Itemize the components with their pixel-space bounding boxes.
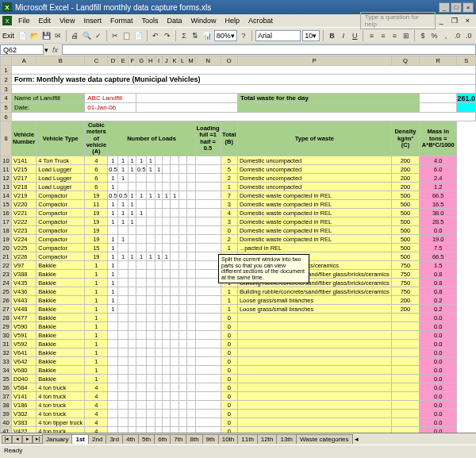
sheet-tab[interactable]: 6th — [154, 434, 171, 444]
tab-first-icon[interactable]: |◂ — [2, 435, 12, 444]
align-left-icon[interactable]: ≡ — [367, 29, 376, 41]
menu-acrobat[interactable]: Acrobat — [244, 16, 277, 25]
preview-icon[interactable]: 🔍 — [82, 29, 92, 41]
sheet-tab[interactable]: 10th — [218, 434, 239, 444]
sheet-tab[interactable]: 5th — [138, 434, 155, 444]
dec-dec-icon[interactable]: .0 — [464, 29, 474, 41]
tab-scroll-icon[interactable]: ◂ — [355, 435, 359, 443]
currency-icon[interactable]: $ — [418, 29, 428, 41]
standard-toolbar: Exit 📄 📂 💾 ✉ 🖨 🔍 ✓ ✂ 📋 📄 ↶ ↷ Σ ⇅ 📊 80% ▾… — [0, 27, 476, 43]
exit-label[interactable]: Exit — [2, 32, 14, 40]
fontsize-combo[interactable]: 10 ▾ — [302, 30, 320, 41]
status-text: Ready — [4, 447, 22, 454]
fx-icon[interactable]: fx — [52, 46, 58, 54]
print-icon[interactable]: 🖨 — [70, 29, 79, 41]
menu-window[interactable]: Window — [186, 16, 220, 25]
comma-icon[interactable]: , — [441, 29, 451, 41]
menu-tools[interactable]: Tools — [137, 16, 162, 25]
split-tooltip: Split the current window into two parts … — [218, 254, 309, 283]
sheet-tab[interactable]: 2nd — [88, 434, 106, 444]
sheet-tab[interactable]: 4th — [122, 434, 139, 444]
tab-next-icon[interactable]: ▸ — [22, 435, 33, 444]
sheet-tab[interactable]: 8th — [186, 434, 202, 444]
align-right-icon[interactable]: ≡ — [390, 29, 399, 41]
redo-icon[interactable]: ↷ — [163, 29, 172, 41]
window-title: Microsoft Excel - Landfill monthly data … — [15, 3, 211, 12]
menu-edit[interactable]: Edit — [35, 16, 56, 25]
tab-prev-icon[interactable]: ◂ — [12, 435, 22, 444]
paste-icon[interactable]: 📄 — [133, 29, 144, 41]
zoom-combo[interactable]: 80% ▾ — [214, 30, 237, 41]
merge-icon[interactable]: ⊞ — [401, 29, 411, 41]
cut-icon[interactable]: ✂ — [110, 29, 120, 41]
chart-icon[interactable]: 📊 — [202, 29, 213, 41]
sheet-tab[interactable]: 7th — [170, 434, 186, 444]
doc-restore[interactable]: ❐ — [447, 16, 462, 25]
sheet-tab[interactable]: 3rd — [106, 434, 123, 444]
help-search[interactable]: Type a question for help — [360, 12, 436, 29]
sheet-tab[interactable]: 12th — [257, 434, 278, 444]
sum-icon[interactable]: Σ — [179, 29, 189, 41]
excel-icon: X — [2, 2, 12, 12]
menu-help[interactable]: Help — [221, 16, 244, 25]
copy-icon[interactable]: 📋 — [121, 29, 132, 41]
mail-icon[interactable]: ✉ — [53, 29, 63, 41]
save-icon[interactable]: 💾 — [41, 29, 52, 41]
sheet-tab[interactable]: 1st — [71, 434, 89, 444]
italic-icon[interactable]: I — [339, 29, 348, 41]
menu-bar: X File Edit View Insert Format Tools Dat… — [0, 14, 476, 27]
doc-close[interactable]: × — [463, 17, 472, 25]
help-icon[interactable]: ? — [239, 29, 248, 41]
sheet-tab[interactable]: 11th — [237, 434, 258, 444]
sheet-tab[interactable]: Waste categories — [296, 434, 353, 444]
menu-file[interactable]: File — [14, 16, 34, 25]
undo-icon[interactable]: ↶ — [151, 29, 160, 41]
percent-icon[interactable]: % — [429, 29, 439, 41]
menu-insert[interactable]: Insert — [79, 16, 106, 25]
new-icon[interactable]: 📄 — [17, 29, 28, 41]
menu-data[interactable]: Data — [163, 16, 186, 25]
formula-bar: Q62 ▾ fx — [0, 43, 476, 56]
name-box[interactable]: Q62 — [0, 44, 44, 55]
sheet-tab[interactable]: 13th — [276, 434, 297, 444]
doc-icon: X — [2, 16, 12, 25]
spell-icon[interactable]: ✓ — [94, 29, 103, 41]
align-center-icon[interactable]: ≡ — [378, 29, 388, 41]
underline-icon[interactable]: U — [350, 29, 359, 41]
menu-format[interactable]: Format — [106, 16, 137, 25]
sheet-tab[interactable]: January — [42, 434, 72, 444]
bold-icon[interactable]: B — [327, 29, 336, 41]
sheet-tabs: |◂ ◂ ▸ ▸| January1st2nd3rd4th5th6th7th8t… — [0, 433, 476, 445]
worksheet[interactable]: ABCDEFGHIJKLMNOPQRS12Form: Monthly waste… — [0, 56, 476, 433]
menu-view[interactable]: View — [56, 16, 79, 25]
status-bar: Ready — [0, 445, 476, 456]
formula-input[interactable] — [62, 44, 476, 55]
dropdown-icon[interactable]: ▾ — [44, 46, 48, 54]
font-combo[interactable]: Arial — [255, 30, 301, 41]
sort-icon[interactable]: ⇅ — [190, 29, 200, 41]
sheet-tab[interactable]: 9th — [202, 434, 219, 444]
doc-minimize[interactable]: _ — [437, 17, 446, 25]
inc-dec-icon[interactable]: .0 — [452, 29, 462, 41]
open-icon[interactable]: 📂 — [29, 29, 40, 41]
